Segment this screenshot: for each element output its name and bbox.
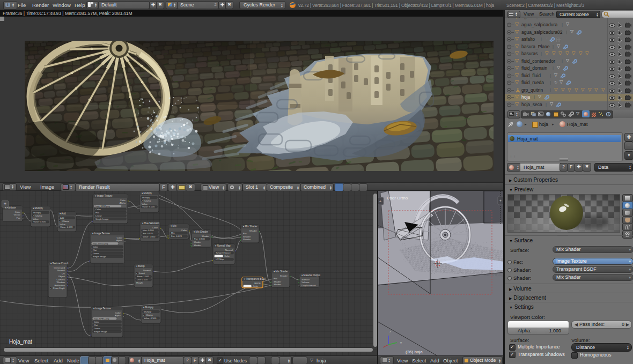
svg-text:Value: 0.500: Value: 0.500 <box>33 220 46 223</box>
svg-text:Shader: Shader <box>194 241 202 243</box>
svg-text:+: + <box>499 198 502 203</box>
svg-text:▾ Transparent BSDF: ▾ Transparent BSDF <box>244 278 267 280</box>
svg-text:Value: Value <box>142 203 148 205</box>
svg-text:Clamp: Clamp <box>144 199 151 202</box>
svg-text:Linear: Linear <box>94 327 100 330</box>
svg-text:Volume: Volume <box>301 281 310 284</box>
svg-text:▾ Multiply: ▾ Multiply <box>33 207 43 210</box>
svg-text:Alpha: Alpha <box>120 202 126 204</box>
svg-text:Color: Color <box>15 211 21 213</box>
svg-text:y: y <box>400 341 402 344</box>
svg-text:Color: Color <box>224 255 230 257</box>
svg-text:Color: Color <box>95 208 101 211</box>
svg-text:Surface: Surface <box>301 278 310 281</box>
svg-text:Hue: 0.500: Hue: 0.500 <box>143 229 154 232</box>
svg-text:Value: 0.500: Value: 0.500 <box>144 317 157 320</box>
svg-text:Shader: Shader <box>202 235 210 237</box>
svg-text:Vector: Vector <box>14 213 21 216</box>
svg-text:UV: UV <box>62 272 65 275</box>
svg-text:Value: 5.000: Value: 5.000 <box>142 205 155 208</box>
svg-text:Alpha: Alpha <box>115 314 121 317</box>
svg-text:Mix: Mix <box>171 232 175 234</box>
svg-text:Value: Value <box>33 218 39 220</box>
svg-text:✓: ✓ <box>60 220 61 222</box>
svg-text:Single Image: Single Image <box>94 330 107 333</box>
svg-text:Shader: Shader <box>274 283 282 286</box>
svg-text:Shader: Shader <box>194 244 202 247</box>
svg-text:Shader: Shader <box>243 235 251 238</box>
svg-text:Clamp: Clamp <box>35 214 42 217</box>
svg-text:Height: Height <box>136 281 143 284</box>
svg-text:Color: Color <box>181 229 187 232</box>
svg-text:Single Image: Single Image <box>93 255 106 258</box>
svg-text:Fac: Fac <box>274 277 278 280</box>
svg-text:Color: Color <box>93 246 99 248</box>
svg-text:Flat: Flat <box>94 324 98 326</box>
svg-text:Fac: 0.500: Fac: 0.500 <box>194 237 205 240</box>
svg-text:Window: Window <box>56 281 65 284</box>
svg-text:Value: 1.000: Value: 1.000 <box>143 235 156 238</box>
svg-text:Stren: 1.000: Stren: 1.000 <box>137 275 149 278</box>
svg-text:From Dupli: From Dupli <box>53 287 64 289</box>
svg-text:Color: Color <box>94 321 100 323</box>
svg-text:Shader: Shader <box>280 274 288 277</box>
svg-text:Shader: Shader <box>249 229 257 232</box>
svg-text:✓: ✓ <box>136 272 138 274</box>
svg-text:Color: Color <box>117 236 123 239</box>
svg-text:Multiply: Multiply <box>33 211 41 214</box>
svg-text:Reflection: Reflection <box>54 284 65 287</box>
svg-text:✓: ✓ <box>50 287 52 289</box>
svg-text:▾ Material Output: ▾ Material Output <box>301 274 321 277</box>
svg-text:Normal: Normal <box>225 249 233 251</box>
svg-text:✓: ✓ <box>33 215 34 217</box>
svg-text:Color: Color <box>115 311 121 314</box>
svg-text:▾ Normal Map: ▾ Normal Map <box>215 244 231 247</box>
svg-text:Single Image: Single Image <box>95 218 109 220</box>
svg-text:▾ Image Texture: ▾ Image Texture <box>92 232 110 235</box>
svg-text:▾ Hue Saturatio: ▾ Hue Saturatio <box>142 222 159 225</box>
svg-text:Flat: Flat <box>95 211 100 214</box>
svg-text:Displacement: Displacement <box>301 284 316 287</box>
svg-text:Sat: 0.970: Sat: 0.970 <box>143 232 153 235</box>
svg-text:Linear: Linear <box>93 252 99 255</box>
svg-text:Alpha: Alpha <box>116 239 123 242</box>
svg-text:Value: Value <box>60 223 65 226</box>
svg-text:Shader: Shader <box>274 280 282 283</box>
svg-text:▾ Mix Shader: ▾ Mix Shader <box>274 270 288 273</box>
svg-text:+: + <box>379 199 382 204</box>
svg-text:▾ Mix Shader: ▾ Mix Shader <box>194 231 208 233</box>
svg-text:▾ Image Texture: ▾ Image Texture <box>95 195 113 197</box>
svg-text:▾ Multiply: ▾ Multiply <box>143 306 154 309</box>
svg-text:Linear: Linear <box>95 214 102 217</box>
svg-text:✓: ✓ <box>143 314 145 316</box>
svg-text:✓: ✓ <box>142 200 143 202</box>
svg-text:Fac: Fac <box>243 232 247 235</box>
svg-text:hoja_SPEC.png: hoja_SPEC.png <box>94 317 109 320</box>
svg-text:Fac: 0.023: Fac: 0.023 <box>171 235 182 237</box>
svg-text:Add: Add <box>60 217 64 219</box>
svg-text:▾ Texture Coordi: ▾ Texture Coordi <box>50 262 68 265</box>
svg-text:▾ Mix Shader: ▾ Mix Shader <box>243 225 257 228</box>
svg-text:Generated: Generated <box>54 266 65 269</box>
svg-text:Invert: Invert <box>139 272 145 274</box>
svg-text:▾ Bump: ▾ Bump <box>136 265 145 268</box>
svg-text:hoja_NRM.png: hoja_NRM.png <box>95 205 110 207</box>
svg-text:▾ Image Texture: ▾ Image Texture <box>93 307 111 310</box>
svg-text:Dist: 0.100: Dist: 0.100 <box>137 278 148 281</box>
svg-text:Fac: Fac <box>17 217 21 219</box>
svg-text:Clamp: Clamp <box>146 314 153 316</box>
svg-text:Flat: Flat <box>93 249 97 251</box>
svg-text:z: z <box>389 330 391 333</box>
svg-text:▾ Add: ▾ Add <box>60 212 66 215</box>
svg-text:Normal: Normal <box>57 269 65 272</box>
svg-text:▾ Multiply: ▾ Multiply <box>142 192 152 195</box>
svg-text:UV Map: UV Map <box>216 258 224 261</box>
svg-text:hoja_difusa.png: hoja_difusa.png <box>93 242 108 245</box>
svg-text:▾ Mix: ▾ Mix <box>171 225 176 227</box>
svg-text:Multiply: Multiply <box>144 310 152 313</box>
svg-text:Multiply: Multiply <box>142 196 150 199</box>
svg-text:Camera: Camera <box>56 278 65 281</box>
svg-text:Value: 0.578: Value: 0.578 <box>60 226 73 228</box>
svg-text:Shader: Shader <box>243 238 251 241</box>
svg-text:Object: Object <box>58 275 65 278</box>
